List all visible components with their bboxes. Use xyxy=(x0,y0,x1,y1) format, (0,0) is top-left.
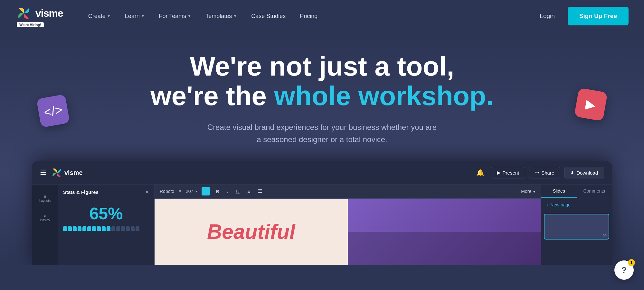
person-icon xyxy=(73,226,77,231)
person-icon xyxy=(87,226,91,231)
more-button[interactable]: More ▼ xyxy=(521,189,536,194)
app-navbar: ☰ visme 🔔 ▶ Present ↪ Share xyxy=(32,161,612,185)
play-icon: ▶ xyxy=(574,88,608,121)
nav-for-teams-label: For Teams xyxy=(159,13,186,20)
hero-title-highlight: whole workshop. xyxy=(274,81,493,111)
hero-title-line2-plain: we're the xyxy=(150,81,274,111)
login-button[interactable]: Login xyxy=(535,10,560,22)
person-icon-muted xyxy=(121,226,125,231)
person-icon-muted xyxy=(111,226,115,231)
person-icon xyxy=(92,226,96,231)
hero-title-line1: We're not just a tool, xyxy=(190,51,454,81)
hero-title: We're not just a tool, we're the whole w… xyxy=(15,51,629,111)
code-icon: </> xyxy=(36,94,70,128)
logo: visme We're Hiring! xyxy=(15,5,63,27)
app-sidebar: ▦ Layouts ★ Basics xyxy=(32,185,58,265)
main-nav: visme We're Hiring! Create ▼ Learn ▼ For… xyxy=(0,0,644,32)
color-picker[interactable] xyxy=(202,187,210,195)
download-button[interactable]: ⬇ Download xyxy=(564,167,604,178)
nav-links: Create ▼ Learn ▼ For Teams ▼ Templates ▼… xyxy=(82,10,535,22)
new-page-button[interactable]: + New page xyxy=(541,198,612,211)
logo-text: visme xyxy=(35,7,63,19)
tab-slides[interactable]: Slides xyxy=(541,185,577,198)
panel-close-button[interactable]: ✕ xyxy=(145,189,149,195)
nav-item-for-teams[interactable]: For Teams ▼ xyxy=(153,10,197,22)
basics-icon: ★ xyxy=(43,214,46,218)
present-play-icon: ▶ xyxy=(497,170,501,176)
basics-label: Basics xyxy=(40,218,50,222)
app-right-panel: Slides Comments + New page 99 ✓ ⚙ xyxy=(541,185,612,265)
nav-item-create[interactable]: Create ▼ xyxy=(82,10,117,22)
hiring-badge: We're Hiring! xyxy=(17,22,44,27)
panel-title: Stats & Figures xyxy=(63,189,99,195)
app-logo-text: visme xyxy=(64,169,83,177)
underline-button[interactable]: U xyxy=(234,188,242,195)
hero-subtitle: Create visual brand experiences for your… xyxy=(206,121,438,146)
person-icon xyxy=(97,226,101,231)
align-button[interactable]: ≡ xyxy=(245,188,252,195)
nav-right: Login Sign Up Free xyxy=(535,7,629,25)
present-button[interactable]: ▶ Present xyxy=(491,167,526,178)
stats-people-icons xyxy=(63,226,149,231)
person-icon xyxy=(63,226,67,231)
slide-thumbnail[interactable]: 99 xyxy=(544,214,609,240)
hamburger-icon[interactable]: ☰ xyxy=(40,168,46,177)
create-chevron-icon: ▼ xyxy=(107,14,111,18)
nav-item-pricing[interactable]: Pricing xyxy=(294,10,323,22)
templates-chevron-icon: ▼ xyxy=(233,14,237,18)
app-panel: Stats & Figures ✕ 65% xyxy=(58,185,155,265)
canvas-overlay xyxy=(348,232,541,265)
help-button[interactable]: ? 1 xyxy=(614,260,634,280)
canvas-text-beautiful: Beautiful xyxy=(207,220,295,244)
help-icon: ? xyxy=(621,265,627,275)
right-panel-tabs: Slides Comments xyxy=(541,185,612,198)
font-selector[interactable]: Roboto xyxy=(160,189,174,194)
nav-learn-label: Learn xyxy=(125,13,140,20)
nav-create-label: Create xyxy=(88,13,106,20)
app-visme-logo-icon xyxy=(52,168,62,178)
hero-section: </> ▶ We're not just a tool, we're the w… xyxy=(0,32,644,265)
person-icon-muted xyxy=(126,226,130,231)
app-screenshot: ☰ visme 🔔 ▶ Present ↪ Share xyxy=(32,161,612,265)
layouts-label: Layouts xyxy=(39,199,51,203)
stats-big-number: 65% xyxy=(63,205,149,222)
app-logo: visme xyxy=(52,168,83,178)
bold-button[interactable]: B xyxy=(214,188,221,195)
nav-templates-label: Templates xyxy=(205,13,232,20)
tab-comments[interactable]: Comments xyxy=(577,185,612,198)
canvas-toolbar: Roboto ▼ 207 ▼ B I U ≡ ☰ More ▼ xyxy=(155,185,541,199)
notification-icon[interactable]: 🔔 xyxy=(474,166,487,179)
person-icon xyxy=(107,226,110,231)
nav-item-learn[interactable]: Learn ▼ xyxy=(119,10,151,22)
size-chevron-icon: ▼ xyxy=(194,190,198,193)
panel-header: Stats & Figures ✕ xyxy=(58,185,154,200)
learn-chevron-icon: ▼ xyxy=(141,14,145,18)
signup-button[interactable]: Sign Up Free xyxy=(568,7,629,25)
list-button[interactable]: ☰ xyxy=(256,187,264,195)
slide-number: 99 xyxy=(603,234,607,238)
sidebar-item-layouts[interactable]: ▦ Layouts xyxy=(36,190,54,208)
nav-case-studies-label: Case Studies xyxy=(251,13,286,20)
person-icon xyxy=(82,226,86,231)
nav-item-templates[interactable]: Templates ▼ xyxy=(200,10,243,22)
font-size-input[interactable]: 207 ▼ xyxy=(186,189,198,194)
nav-item-case-studies[interactable]: Case Studies xyxy=(245,10,291,22)
share-button[interactable]: ↪ Share xyxy=(529,167,560,178)
person-icon-muted xyxy=(131,226,135,231)
person-icon xyxy=(68,226,72,231)
canvas-content: Beautiful xyxy=(155,199,541,265)
canvas-left-panel: Beautiful xyxy=(155,199,348,265)
italic-button[interactable]: I xyxy=(225,188,230,195)
person-icon xyxy=(102,226,106,231)
sidebar-item-basics[interactable]: ★ Basics xyxy=(36,209,54,227)
nav-pricing-label: Pricing xyxy=(300,13,317,20)
app-nav-right: 🔔 ▶ Present ↪ Share ⬇ Download xyxy=(474,166,604,179)
app-canvas: Roboto ▼ 207 ▼ B I U ≡ ☰ More ▼ xyxy=(155,185,541,265)
more-chevron-icon: ▼ xyxy=(533,190,536,194)
person-icon-muted xyxy=(136,226,139,231)
download-icon: ⬇ xyxy=(570,170,574,176)
panel-content: 65% xyxy=(58,200,154,236)
help-badge: 1 xyxy=(628,259,635,266)
layouts-icon: ▦ xyxy=(43,195,46,198)
app-body: ▦ Layouts ★ Basics Stats & Figures ✕ 65% xyxy=(32,185,612,265)
